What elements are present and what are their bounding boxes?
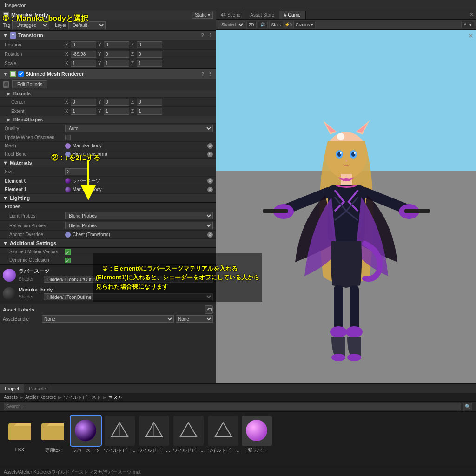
scale-values: X Y Z [65,60,162,67]
path-wild[interactable]: ワイルドビースト [64,394,101,401]
inspector-tab-label: Inspector [2,2,28,8]
dynamic-occlusion-checkbox[interactable]: ✓ [65,258,71,263]
mat2-shader-select[interactable]: Hidden/liiToonOutline [44,293,213,300]
shaded-dropdown[interactable]: Shaded [218,21,245,28]
rot-z-label: Z [131,52,136,57]
asset-store-tab[interactable]: Asset Store [245,11,279,19]
project-tab[interactable]: Project [0,384,24,393]
pos-x-input[interactable] [71,41,96,48]
pos-x-label: X [65,42,70,47]
cy-input[interactable] [104,99,129,106]
mesh-row: Mesh Manuka_body ⊙ [0,142,216,150]
scene-tab[interactable]: 4# Scene [216,11,245,19]
sound-button[interactable]: 🔊 [258,21,268,28]
asset-fbx[interactable]: FBX [5,416,35,452]
rot-y-input[interactable] [104,51,129,58]
close-panel-button[interactable]: ✕ [467,10,476,19]
asset-search-icon[interactable]: 🔍 [463,403,472,410]
rubber-thumb [71,416,101,446]
console-tab[interactable]: Console [24,384,51,393]
quality-dropdown[interactable]: Auto [65,125,213,132]
2d-button[interactable]: 2D [246,21,257,28]
ey-input[interactable] [104,108,129,115]
asset-wild3[interactable]: ワイルドビー... [173,416,205,454]
smr-question[interactable]: ? [201,71,204,77]
probes-label: Probes [5,204,65,209]
viewport-close[interactable]: ✕ [468,32,474,40]
root-bone-target[interactable]: ⊙ [207,152,213,157]
skinned-motion-checkbox[interactable]: ✓ [65,249,71,255]
rot-x-input[interactable] [71,51,96,58]
scale-y-input[interactable] [104,60,129,67]
wild4-label: ワイルドビー... [207,447,239,454]
cz-input[interactable] [137,99,162,106]
asset-search-input[interactable] [4,403,461,410]
dynamic-occlusion-label: Dynamic Occlusion [5,258,65,263]
update-offscreen-checkbox[interactable] [65,135,71,140]
scale-x-input[interactable] [71,60,96,67]
root-bone-value: Hips (Transform) [73,152,207,157]
scale-z-input[interactable] [137,60,162,67]
anchor-target[interactable]: ⊙ [207,232,213,238]
pos-z-input[interactable] [137,41,162,48]
wild1-thumb [105,416,135,446]
svg-point-7 [340,152,342,154]
mat1-shader-select[interactable]: Hidden/liiToonCutOutline [44,276,213,283]
root-bone-row: Root Bone Hips (Transform) ⊙ [0,150,216,159]
ez-input[interactable] [137,108,162,115]
bounds-toggle[interactable]: ▶ [7,91,10,96]
element0-target[interactable]: ⊙ [207,178,213,184]
asset-search-bar: 🔍 [0,402,476,412]
size-input[interactable] [65,168,88,175]
mesh-target[interactable]: ⊙ [207,143,213,149]
asset-wild2[interactable]: ワイルドビー... [138,416,170,454]
asset-tex[interactable]: 専用tex [38,416,68,454]
reflection-probes-dropdown[interactable]: Blend Probes [65,222,213,229]
object-icon: ⬜ [3,12,9,19]
game-tab[interactable]: # Game [279,11,306,19]
scale-x-label: X [65,61,70,66]
static-button[interactable]: Static ▾ [192,12,213,19]
cx-input[interactable] [71,99,96,106]
asset-labels-icon[interactable]: 🏷 [205,305,213,314]
smr-settings[interactable]: ⋮ [208,71,213,77]
layer-dropdown[interactable]: Default [68,21,106,29]
light-probes-dropdown[interactable]: Blend Probes [65,212,213,219]
tag-dropdown[interactable]: Untagged [12,21,49,29]
update-offscreen-row: Update When Offscreen [0,133,216,142]
transform-question[interactable]: ? [201,33,204,38]
smr-toggle[interactable]: ▼ [3,71,8,77]
tex-label: 専用tex [45,447,60,454]
asset-rubber[interactable]: ラバースーツ [71,416,101,454]
pos-y-input[interactable] [104,41,129,48]
gizmos-button[interactable]: Gizmos ▾ [293,21,316,28]
element1-target[interactable]: ⊙ [207,187,213,192]
fbx-thumb [5,416,35,446]
lighting-toggle[interactable]: ▼ [3,195,8,201]
additional-toggle[interactable]: ▼ [3,240,8,246]
asset-bundle-label: AssetBundle [3,317,40,322]
smr-enabled-checkbox[interactable] [18,71,24,77]
bs-toggle[interactable]: ▶ [7,117,10,122]
svg-point-20 [331,354,345,361]
ex-input[interactable] [71,108,96,115]
asset-purple-rubber[interactable]: 紫ラバー [242,416,272,454]
skinned-motion-row: Skinned Motion Vectors ✓ [0,248,216,256]
transform-toggle[interactable]: ▼ [3,33,8,38]
transform-settings[interactable]: ⋮ [208,33,213,39]
asset-bundle-dropdown2[interactable]: None [176,315,213,323]
path-manuka[interactable]: マヌカ [108,394,122,401]
asset-wild4[interactable]: ワイルドビー... [207,416,239,454]
transform-section-header[interactable]: ▼ T Transform ? ⋮ [0,31,216,40]
materials-toggle[interactable]: ▼ [3,160,8,165]
asset-bundle-dropdown1[interactable]: None [42,315,174,323]
all-button[interactable]: All ▾ [461,21,474,28]
path-atelier[interactable]: Atelier Koarere [25,395,56,400]
asset-wild1[interactable]: ワイルドビー... [104,416,135,454]
pos-y-label: Y [98,42,103,47]
edit-bounds-button[interactable]: Edit Bounds [12,80,47,88]
path-assets[interactable]: Assets [4,395,18,400]
mat1-sphere [3,269,16,282]
rot-z-input[interactable] [137,51,162,58]
stats-button[interactable]: Stats [269,21,284,28]
